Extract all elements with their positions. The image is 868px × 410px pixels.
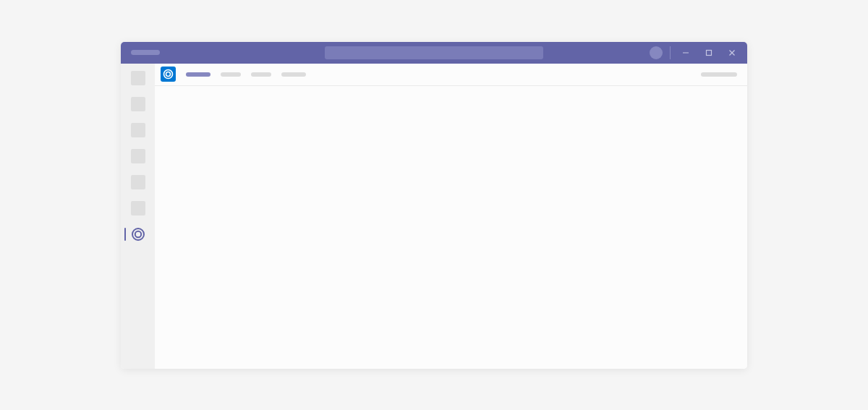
close-button[interactable] xyxy=(724,45,740,61)
content-area xyxy=(155,86,747,369)
svg-point-7 xyxy=(166,72,171,77)
tab-item[interactable] xyxy=(251,72,271,77)
svg-point-6 xyxy=(164,70,173,79)
tab-item[interactable] xyxy=(281,72,306,77)
sidebar-item[interactable] xyxy=(131,97,145,111)
main-pane xyxy=(155,64,747,369)
close-icon xyxy=(728,49,736,56)
tabbar-right-placeholder[interactable] xyxy=(701,72,737,77)
maximize-icon xyxy=(705,49,712,56)
sidebar-item[interactable] xyxy=(131,71,145,85)
svg-point-4 xyxy=(132,229,144,240)
svg-point-5 xyxy=(135,231,140,236)
minimize-button[interactable] xyxy=(678,45,694,61)
sidebar-item[interactable] xyxy=(131,123,145,137)
tab-item[interactable] xyxy=(221,72,241,77)
titlebar-divider xyxy=(670,46,671,59)
sidebar-item[interactable] xyxy=(131,175,145,189)
tab-app-icon[interactable] xyxy=(161,67,176,82)
maximize-button[interactable] xyxy=(701,45,717,61)
sidebar-item[interactable] xyxy=(131,201,145,215)
titlebar-left-placeholder xyxy=(131,50,160,55)
titlebar xyxy=(121,42,747,64)
search-box[interactable] xyxy=(325,46,543,59)
minimize-icon xyxy=(682,49,689,56)
tab-item[interactable] xyxy=(186,72,210,77)
nested-circle-icon xyxy=(163,69,174,80)
nested-circle-icon xyxy=(131,227,145,242)
sidebar-item-app[interactable] xyxy=(121,227,155,242)
tabbar xyxy=(155,64,747,86)
titlebar-right xyxy=(650,45,740,61)
app-window xyxy=(121,42,747,369)
sidebar xyxy=(121,64,155,369)
window-body xyxy=(121,64,747,369)
svg-rect-1 xyxy=(707,50,712,55)
user-avatar[interactable] xyxy=(650,46,663,59)
sidebar-item[interactable] xyxy=(131,149,145,163)
